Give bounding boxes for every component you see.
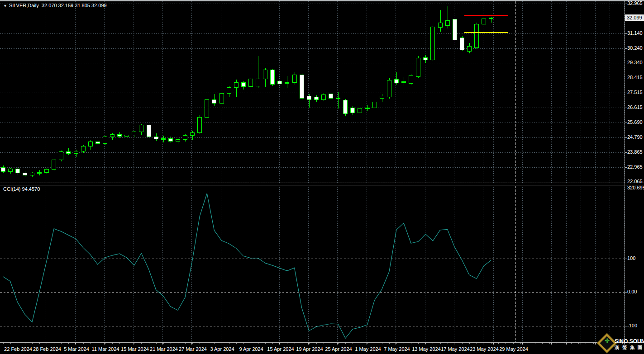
- candle-body: [278, 81, 282, 84]
- candle-body: [205, 100, 209, 117]
- candle-body: [292, 75, 296, 83]
- candle-body: [263, 70, 267, 79]
- price-axis-label: 31.140: [627, 30, 643, 36]
- symbol-title: SILVER,Daily: [9, 3, 39, 8]
- brand-logo-icon: ✤: [597, 334, 616, 353]
- candle-body: [212, 100, 216, 104]
- time-axis-label: 28 Feb 2024: [33, 346, 61, 352]
- candle-body: [52, 160, 56, 169]
- candle-body: [365, 108, 369, 109]
- candle-body: [132, 132, 136, 135]
- price-axis-label: 28.415: [627, 75, 643, 80]
- time-axis-label: 22 Feb 2024: [4, 346, 32, 352]
- candle-body: [460, 38, 464, 50]
- panel-separator[interactable]: [0, 183, 644, 185]
- time-axis-label: 21 Mar 2024: [150, 346, 178, 352]
- candle-body: [241, 82, 245, 86]
- candle-body: [234, 82, 238, 88]
- time-axis-label: 5 Mar 2024: [64, 346, 89, 352]
- price-axis-label: 23.865: [627, 149, 643, 155]
- candle-body: [45, 169, 49, 173]
- candle-body: [67, 152, 71, 154]
- chart-window: ▼SILVER,Daily 32.070 32.159 31.805 32.09…: [0, 0, 644, 354]
- candle-body: [475, 24, 479, 47]
- cci-axis-label: 0.00: [627, 289, 637, 295]
- indicator-label: CCI(14) 94.4570: [3, 186, 40, 192]
- candle-body: [402, 81, 406, 82]
- candle-body: [103, 137, 107, 143]
- price-axis-label: 32.965: [627, 0, 643, 6]
- brand-watermark: ✤ SiNO SOUND16 漢聲集團: [597, 335, 644, 353]
- candle-body: [183, 136, 187, 140]
- time-axis-label: 1 May 2024: [355, 346, 381, 352]
- cci-axis-label: 320.6958: [627, 185, 644, 191]
- time-axis-label: 19 Apr 2024: [296, 346, 323, 352]
- candle-body: [125, 135, 129, 136]
- candle-body: [329, 94, 333, 98]
- time-axis-label: 29 May 2024: [499, 346, 528, 352]
- candle-body: [248, 79, 253, 86]
- cci-line: [3, 194, 491, 338]
- candle-body: [38, 173, 42, 174]
- candle-body: [74, 151, 78, 153]
- candle-body: [191, 133, 195, 136]
- candle-body: [227, 88, 231, 93]
- candle-body: [285, 82, 289, 83]
- symbol-ohlc: 32.070 32.159 31.805 32.099: [42, 3, 107, 8]
- candle-body: [380, 96, 384, 99]
- candle-body: [8, 169, 12, 172]
- candle-body: [438, 23, 442, 28]
- time-axis-label: 7 May 2024: [384, 346, 410, 352]
- price-axis-label: 22.065: [627, 179, 643, 184]
- candle-body: [81, 146, 85, 151]
- candle-body: [110, 134, 114, 137]
- time-axis-label: 13 May 2024: [412, 346, 441, 352]
- candle-body: [176, 140, 180, 142]
- candle-body: [394, 80, 398, 83]
- candle-body: [336, 98, 340, 99]
- cci-axis-label: -100: [627, 323, 637, 329]
- candle-body: [271, 70, 275, 85]
- time-axis-label: 11 Mar 2024: [92, 346, 119, 352]
- candle-body: [161, 138, 165, 139]
- clover-icon: ✤: [604, 338, 611, 344]
- candle-body: [147, 125, 151, 137]
- candle-body: [314, 97, 318, 100]
- candle-body: [321, 95, 325, 100]
- candle-body: [15, 169, 19, 173]
- time-axis-label: 9 Apr 2024: [239, 346, 263, 352]
- price-axis-border: [625, 1, 625, 342]
- brand-name-cjk: 漢聲集團: [615, 345, 644, 351]
- candle-body: [343, 100, 348, 114]
- candle-body: [489, 18, 493, 19]
- candle-body: [256, 79, 260, 86]
- candle-body: [88, 142, 92, 146]
- candle-body: [445, 21, 449, 26]
- candle-body: [409, 76, 413, 84]
- candle-body: [300, 75, 304, 98]
- price-axis-label: 22.965: [627, 164, 643, 170]
- time-axis-label: 25 Apr 2024: [325, 346, 352, 352]
- price-axis-label: 30.240: [627, 45, 643, 51]
- cci-axis-label: 100: [627, 255, 635, 261]
- candle-body: [95, 142, 100, 143]
- candle-body: [139, 125, 143, 132]
- current-price-tag: 32.099: [625, 14, 644, 21]
- price-axis-label: 29.340: [627, 60, 643, 66]
- chevron-down-icon[interactable]: ▼: [3, 4, 7, 8]
- time-axis-label: 3 Apr 2024: [210, 346, 234, 352]
- candle-body: [154, 137, 158, 139]
- price-axis-label: 24.790: [627, 134, 643, 140]
- candle-body: [467, 46, 471, 51]
- candle-body: [482, 19, 486, 24]
- candle-body: [416, 58, 420, 77]
- price-axis-label: 27.515: [627, 90, 643, 95]
- candle-body: [118, 134, 122, 136]
- candle-body: [198, 117, 202, 133]
- candle-body: [387, 80, 391, 97]
- chart-canvas[interactable]: [0, 0, 644, 354]
- candle-body: [1, 167, 5, 172]
- price-axis-label: 25.690: [627, 119, 643, 125]
- brand-name: SiNO SOUND16: [615, 338, 644, 345]
- candle-body: [30, 173, 34, 175]
